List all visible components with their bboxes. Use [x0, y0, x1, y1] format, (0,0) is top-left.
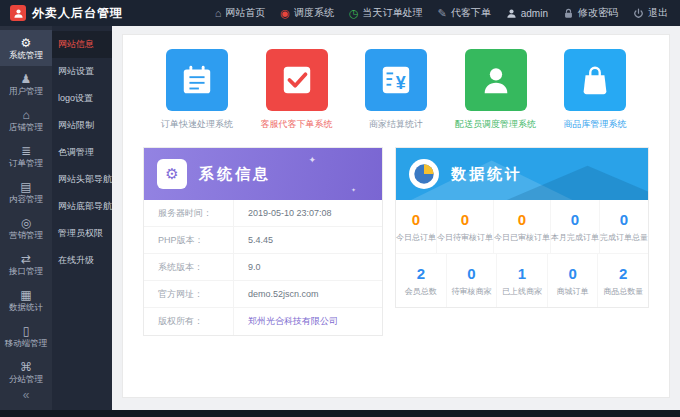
user-icon: [506, 8, 517, 19]
sidebar-item-label: 订单管理: [9, 159, 43, 168]
top-item-logout[interactable]: 退出: [633, 6, 668, 20]
sidebar-item-icon: ◎: [21, 217, 31, 229]
sidebar-item-icon: ≣: [21, 145, 31, 157]
sidebar-item-label: 系统管理: [9, 51, 43, 60]
system-info-row: 官方网址： demo.52jscn.com: [144, 281, 382, 308]
sidebar-item-system[interactable]: ⚙ 系统管理: [0, 30, 52, 66]
app-title: 外卖人后台管理: [32, 5, 123, 22]
collapse-sidebar-button[interactable]: «: [0, 388, 52, 402]
sidebar-item-marketing[interactable]: ◎ 营销管理: [0, 210, 52, 246]
info-label: 系统版本：: [144, 254, 234, 280]
top-item-change-password[interactable]: 修改密码: [563, 6, 618, 20]
check-icon: [266, 49, 328, 111]
system-info-row: PHP版本： 5.4.45: [144, 227, 382, 254]
stat-cell: 2 会员总数: [396, 254, 447, 307]
svg-text:¥: ¥: [396, 73, 406, 93]
notepad-icon: [166, 49, 228, 111]
submenu-item-website-info[interactable]: 网站信息: [52, 31, 112, 58]
tile-label: 配送员调度管理系统: [455, 118, 536, 131]
top-item-label: 调度系统: [294, 6, 334, 20]
stat-label: 商品总数量: [598, 286, 648, 297]
sidebar-item-label: 店铺管理: [9, 123, 43, 132]
tile-order-quick-processing[interactable]: 订单快速处理系统: [153, 49, 241, 131]
tile-label: 客服代客下单系统: [261, 118, 333, 131]
pie-chart-icon: [409, 159, 439, 189]
top-item-today-orders[interactable]: ◷ 当天订单处理: [349, 6, 423, 20]
sidebar-item-label: 分站管理: [9, 375, 43, 384]
tile-product-library[interactable]: 商品库管理系统: [551, 49, 639, 131]
submenu-item-website-limit[interactable]: 网站限制: [52, 112, 112, 139]
sidebar-item-content[interactable]: ▤ 内容管理: [0, 174, 52, 210]
system-info-row: 系统版本： 9.0: [144, 254, 382, 281]
top-item-site-home[interactable]: ⌂ 网站首页: [215, 6, 266, 20]
app-window: 外卖人后台管理 ⌂ 网站首页 ◉ 调度系统 ◷ 当天订单处理 ✎ 代客下单: [0, 0, 680, 417]
stat-value: 0: [396, 212, 436, 227]
stat-label: 已上线商家: [497, 286, 547, 297]
stat-value: 2: [396, 266, 446, 281]
submenu-item-admin-permissions[interactable]: 管理员权限: [52, 220, 112, 247]
content-card: 订单快速处理系统 客服代客下单系统: [122, 34, 670, 398]
sidebar-item-shops[interactable]: ⌂ 店铺管理: [0, 102, 52, 138]
info-label: 版权所有：: [144, 308, 234, 335]
window-bottom-edge: [0, 410, 680, 417]
dashboard-panels: ✦ ✦ ⚙ 系统信息 服务器时间： 2019-05-10 23:07:08: [143, 147, 649, 336]
power-icon: [633, 8, 644, 19]
stat-label: 商城订单: [548, 286, 598, 297]
stat-label: 会员总数: [396, 286, 446, 297]
stat-cell: 2 商品总数量: [598, 254, 648, 307]
stat-value: 1: [497, 266, 547, 281]
submenu-item-logo-settings[interactable]: logo设置: [52, 85, 112, 112]
sidebar-item-mobile[interactable]: ▯ 移动端管理: [0, 318, 52, 354]
brand[interactable]: 外卖人后台管理: [10, 5, 123, 22]
submenu-item-footer-nav[interactable]: 网站底部导航: [52, 193, 112, 220]
stat-cell: 0 本月完成订单: [551, 200, 600, 254]
sidebar-item-statistics[interactable]: ▦ 数据统计: [0, 282, 52, 318]
stat-cell: 0 今日已审核订单: [494, 200, 551, 254]
tile-label: 商家结算统计: [369, 118, 423, 131]
stats-row-1: 0 今日总订单 0 今日待审核订单 0: [396, 200, 648, 254]
sidebar-item-label: 移动端管理: [5, 339, 48, 348]
sidebar-item-users[interactable]: ♟ 用户管理: [0, 66, 52, 102]
main-content: 订单快速处理系统 客服代客下单系统: [112, 26, 680, 410]
stat-cell: 0 今日总订单: [396, 200, 437, 254]
sub-sidebar: 网站信息 网站设置 logo设置 网站限制 色调管理 网站头部导航 网站底部导航…: [52, 26, 112, 410]
sparkle-icon: ✦: [351, 186, 356, 193]
stat-value: 0: [437, 212, 493, 227]
sidebar-item-label: 接口管理: [9, 267, 43, 276]
sidebar-item-api[interactable]: ⇄ 接口管理: [0, 246, 52, 282]
stat-cell: 0 今日待审核订单: [437, 200, 494, 254]
sidebar-item-icon: ▦: [20, 289, 31, 301]
sidebar-item-icon: ♟: [21, 73, 32, 85]
submenu-item-header-nav[interactable]: 网站头部导航: [52, 166, 112, 193]
submenu-item-color-management[interactable]: 色调管理: [52, 139, 112, 166]
top-item-label: 网站首页: [225, 6, 265, 20]
info-value: 郑州光合科技有限公司: [234, 308, 338, 335]
tile-courier-dispatch[interactable]: 配送员调度管理系统: [452, 49, 540, 131]
sidebar-item-label: 营销管理: [9, 231, 43, 240]
top-item-label: admin: [521, 8, 548, 19]
top-item-label: 退出: [648, 6, 668, 20]
top-item-dispatch[interactable]: ◉ 调度系统: [280, 6, 334, 20]
shopping-bag-icon: [564, 49, 626, 111]
stat-label: 今日已审核订单: [494, 232, 550, 243]
submenu-item-online-upgrade[interactable]: 在线升级: [52, 247, 112, 274]
stat-cell: 0 完成订单总量: [600, 200, 648, 254]
sidebar-item-substation[interactable]: ⌘ 分站管理: [0, 354, 52, 390]
sidebar-item-icon: ⌘: [20, 361, 32, 373]
stat-cell: 1 已上线商家: [497, 254, 548, 307]
tile-merchant-settlement[interactable]: ¥ 商家结算统计: [352, 49, 440, 131]
system-info-table: 服务器时间： 2019-05-10 23:07:08 PHP版本： 5.4.45: [144, 200, 382, 335]
stat-value: 2: [598, 266, 648, 281]
logo-icon: [10, 5, 26, 21]
top-item-proxy-order[interactable]: ✎ 代客下单: [438, 6, 491, 20]
system-info-row: 版权所有： 郑州光合科技有限公司: [144, 308, 382, 335]
dispatch-icon: ◉: [280, 8, 290, 19]
data-stats-header: 数据统计: [396, 148, 648, 200]
top-item-admin[interactable]: admin: [506, 8, 548, 19]
sidebar-item-label: 用户管理: [9, 87, 43, 96]
tile-proxy-order-system[interactable]: 客服代客下单系统: [253, 49, 341, 131]
submenu-item-website-settings[interactable]: 网站设置: [52, 58, 112, 85]
data-stats-title: 数据统计: [451, 165, 523, 184]
sidebar-item-orders[interactable]: ≣ 订单管理: [0, 138, 52, 174]
pen-icon: ✎: [438, 8, 447, 19]
